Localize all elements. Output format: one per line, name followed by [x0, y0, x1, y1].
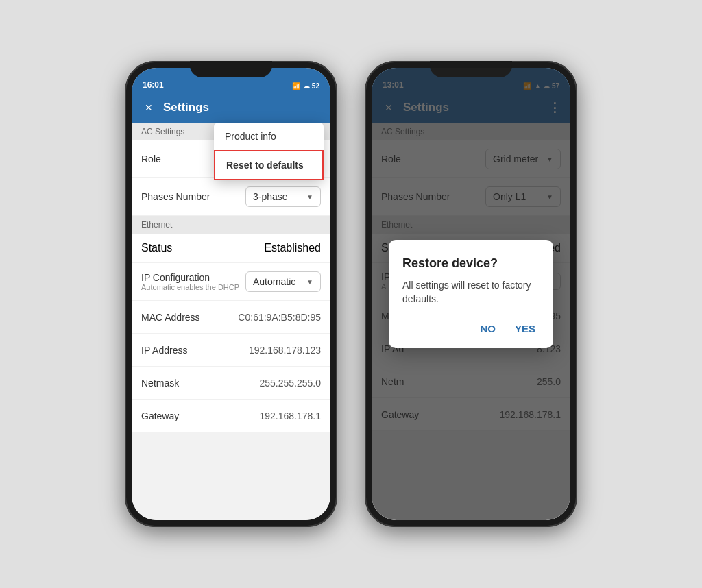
- dialog-no-button[interactable]: NO: [476, 320, 500, 337]
- dialog-actions: NO YES: [402, 320, 540, 337]
- phases-arrow-1: ▼: [306, 193, 313, 201]
- status-value-1: Established: [264, 242, 321, 254]
- menu-item-product-info[interactable]: Product info: [214, 123, 324, 150]
- phases-value-1: 3-phase: [253, 191, 288, 202]
- status-label-1: Status: [141, 242, 172, 254]
- dialog-overlay: Restore device? All settings will reset …: [372, 68, 570, 520]
- battery-icon: ☁ 52: [303, 82, 319, 90]
- ipconfig-sublabel-1: Automatic enables the DHCP: [141, 283, 239, 291]
- wifi-icon: 📶: [292, 82, 300, 90]
- dropdown-menu-1: Product info Reset to defaults: [214, 123, 324, 180]
- phases-row-1: Phases Number 3-phase ▼: [132, 178, 330, 216]
- dialog-title: Restore device?: [402, 256, 540, 271]
- role-label-1: Role: [141, 154, 161, 164]
- header-title-1: Settings: [163, 101, 321, 114]
- status-icons-1: 📶 ☁ 52: [292, 82, 319, 90]
- close-button-1[interactable]: ✕: [141, 100, 156, 115]
- phone-1: 16:01 📶 ☁ 52 ✕ Settings Product info Res…: [125, 61, 337, 527]
- status-row-1: Status Established: [132, 234, 330, 263]
- netmask-value-1: 255.255.255.0: [259, 378, 321, 389]
- ipconfig-row-1: IP Configuration Automatic enables the D…: [132, 263, 330, 301]
- ip-value-1: 192.168.178.123: [249, 345, 321, 356]
- dialog-body: All settings will reset to factory defau…: [402, 279, 540, 306]
- netmask-label-1: Netmask: [141, 378, 179, 389]
- screen-1: 16:01 📶 ☁ 52 ✕ Settings Product info Res…: [132, 68, 330, 520]
- ip-row-1: IP Address 192.168.178.123: [132, 334, 330, 367]
- phases-label-1: Phases Number: [141, 191, 210, 202]
- mac-row-1: MAC Address C0:61:9A:B5:8D:95: [132, 301, 330, 334]
- screen-2: 13:01 📶 ▲ ☁ 57 ✕ Settings ⋮ AC Settings …: [372, 68, 570, 520]
- mac-value-1: C0:61:9A:B5:8D:95: [238, 312, 321, 323]
- phases-dropdown-1[interactable]: 3-phase ▼: [245, 186, 321, 207]
- ipconfig-label-1: IP Configuration: [141, 272, 239, 283]
- dialog-yes-button[interactable]: YES: [511, 320, 540, 337]
- mac-label-1: MAC Address: [141, 312, 200, 323]
- app-header-1: ✕ Settings: [132, 93, 330, 123]
- settings-content-1: AC Settings Role Grid meter ▼ Phases Num…: [132, 123, 330, 520]
- ipconfig-arrow-1: ▼: [306, 278, 313, 286]
- dialog-box: Restore device? All settings will reset …: [389, 240, 553, 347]
- gateway-row-1: Gateway 192.168.178.1: [132, 400, 330, 432]
- gateway-label-1: Gateway: [141, 411, 179, 421]
- ethernet-header-1: Ethernet: [132, 216, 330, 234]
- phone-2: 13:01 📶 ▲ ☁ 57 ✕ Settings ⋮ AC Settings …: [365, 61, 577, 527]
- notch-1: [190, 61, 272, 77]
- time-1: 16:01: [143, 80, 164, 90]
- menu-item-reset[interactable]: Reset to defaults: [214, 150, 324, 180]
- ip-label-1: IP Address: [141, 345, 187, 356]
- ipconfig-dropdown-1[interactable]: Automatic ▼: [245, 271, 321, 292]
- netmask-row-1: Netmask 255.255.255.0: [132, 367, 330, 400]
- ipconfig-value-1: Automatic: [253, 276, 295, 287]
- gateway-value-1: 192.168.178.1: [259, 411, 321, 421]
